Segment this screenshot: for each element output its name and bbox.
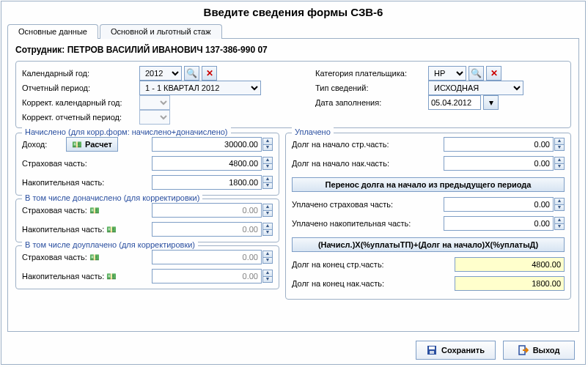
- addacc-ins-input: [152, 203, 262, 218]
- save-button[interactable]: Сохранить: [416, 341, 496, 360]
- spinner[interactable]: ▲▼: [262, 157, 273, 170]
- year-select[interactable]: 2012: [139, 66, 182, 81]
- paid-acc-input[interactable]: [444, 216, 554, 231]
- svg-rect-1: [429, 346, 435, 349]
- chevron-down-icon[interactable]: ▾: [483, 95, 499, 110]
- addpaid-ins-label: Страховая часть: 💵: [22, 253, 152, 262]
- period-select[interactable]: 1 - 1 КВАРТАЛ 2012: [139, 81, 261, 95]
- window-frame: Введите сведения формы СЗВ-6 Основные да…: [1, 1, 586, 365]
- paid-ins-input[interactable]: [444, 197, 554, 212]
- type-select[interactable]: ИСХОДНАЯ: [428, 81, 523, 95]
- tab-bar: Основные данные Основной и льготный стаж: [7, 21, 579, 39]
- type-label: Тип сведений:: [315, 84, 428, 92]
- spinner[interactable]: ▲▼: [262, 223, 273, 236]
- paid-ins-label: Уплачено страховая часть:: [292, 200, 444, 209]
- acc-input[interactable]: [152, 175, 262, 190]
- tab-content: Сотрудник: ПЕТРОВ ВАСИЛИЙ ИВАНОВИЧ 137-3…: [7, 38, 579, 332]
- spinner[interactable]: ▲▼: [262, 204, 273, 217]
- money-icon: 💵: [106, 272, 117, 281]
- accrued-section: Начислено (для корр.форм: начислено+дона…: [15, 133, 279, 196]
- addpaid-section: В том числе доуплачено (для корректировк…: [15, 245, 279, 289]
- debt-end-ins-label: Долг на конец стр.часть:: [292, 260, 455, 269]
- addpaid-acc-input: [152, 269, 262, 283]
- transfer-debt-button[interactable]: Перенос долга на начало из предыдущего п…: [292, 177, 565, 192]
- spinner[interactable]: ▲▼: [554, 138, 565, 151]
- exit-icon: [518, 345, 529, 355]
- corr-period-select[interactable]: [139, 110, 170, 125]
- svg-rect-2: [430, 351, 434, 354]
- date-label: Дата заполнения:: [315, 98, 428, 107]
- save-icon: [427, 345, 437, 355]
- clear-icon[interactable]: ✕: [486, 66, 501, 81]
- exit-label: Выход: [533, 346, 560, 355]
- accrued-title: Начислено (для корр.форм: начислено+дона…: [22, 127, 231, 136]
- money-icon: 💵: [89, 253, 100, 262]
- employee-line: Сотрудник: ПЕТРОВ ВАСИЛИЙ ИВАНОВИЧ 137-3…: [15, 45, 571, 55]
- money-icon: 💵: [72, 140, 82, 149]
- addpaid-ins-input: [152, 250, 262, 264]
- clear-icon[interactable]: ✕: [202, 66, 217, 81]
- addacc-acc-input: [152, 222, 262, 237]
- debt-end-ins-input: [455, 257, 565, 272]
- calc-button[interactable]: 💵 Расчет: [66, 137, 118, 152]
- corr-year-select[interactable]: [139, 95, 170, 110]
- employee-value: ПЕТРОВ ВАСИЛИЙ ИВАНОВИЧ 137-386-990 07: [67, 45, 268, 55]
- addacc-acc-label: Накопительная часть: 💵: [22, 225, 152, 234]
- paid-title: Уплачено: [292, 127, 334, 136]
- paid-acc-label: Уплачено накопительная часть:: [292, 219, 444, 228]
- period-label: Отчетный период:: [22, 84, 139, 92]
- spinner[interactable]: ▲▼: [262, 176, 273, 189]
- year-label: Календарный год:: [22, 69, 139, 78]
- date-input[interactable]: [428, 95, 481, 110]
- debt-start-acc-input[interactable]: [444, 156, 554, 171]
- search-icon[interactable]: 🔍: [184, 66, 199, 81]
- spinner[interactable]: ▲▼: [262, 138, 273, 151]
- debt-end-acc-label: Долг на конец нак.часть:: [292, 279, 455, 288]
- debt-end-acc-input: [455, 276, 565, 291]
- spinner[interactable]: ▲▼: [262, 270, 273, 283]
- employee-label: Сотрудник:: [15, 45, 65, 55]
- income-label: Доход:: [22, 140, 66, 149]
- calc-label: Расчет: [85, 140, 112, 149]
- footer: Сохранить Выход: [1, 336, 585, 364]
- ins-input[interactable]: [152, 156, 262, 171]
- exit-button[interactable]: Выход: [503, 341, 575, 360]
- debt-start-ins-input[interactable]: [444, 137, 554, 152]
- debt-start-acc-label: Долг на начало нак.часть:: [292, 159, 444, 168]
- formula-button[interactable]: (Начисл.)X(%уплатыТП)+(Долг на начало)X(…: [292, 237, 565, 252]
- header-fields: Календарный год: 2012 🔍 ✕ Категория плат…: [15, 61, 571, 128]
- spinner[interactable]: ▲▼: [262, 251, 273, 264]
- money-icon: 💵: [106, 225, 117, 234]
- addacc-section: В том числе доначислено (для корректиров…: [15, 199, 279, 242]
- money-icon: 💵: [89, 206, 100, 215]
- corr-year-label: Коррект. календарный год:: [22, 98, 139, 107]
- spinner[interactable]: ▲▼: [554, 198, 565, 211]
- addpaid-acc-label: Накопительная часть: 💵: [22, 272, 152, 281]
- ins-label: Страховая часть:: [22, 159, 152, 168]
- debt-start-ins-label: Долг на начало стр.часть:: [292, 140, 444, 149]
- cat-label: Категория плательщика:: [315, 69, 428, 78]
- tab-main[interactable]: Основные данные: [7, 24, 98, 39]
- paid-section: Уплачено Долг на начало стр.часть: ▲▼ До…: [285, 133, 571, 300]
- cat-select[interactable]: НР: [428, 66, 466, 81]
- acc-label: Накопительная часть:: [22, 178, 152, 187]
- income-input[interactable]: [152, 137, 262, 152]
- save-label: Сохранить: [441, 346, 485, 355]
- spinner[interactable]: ▲▼: [554, 217, 565, 230]
- corr-period-label: Коррект. отчетный период:: [22, 113, 139, 122]
- addacc-ins-label: Страховая часть: 💵: [22, 206, 152, 215]
- tab-stazh[interactable]: Основной и льготный стаж: [100, 24, 222, 39]
- search-icon[interactable]: 🔍: [468, 66, 484, 81]
- addacc-title: В том числе доначислено (для корректиров…: [22, 193, 202, 202]
- addpaid-title: В том числе доуплачено (для корректировк…: [22, 240, 198, 249]
- window-title: Введите сведения формы СЗВ-6: [1, 1, 585, 21]
- spinner[interactable]: ▲▼: [554, 157, 565, 170]
